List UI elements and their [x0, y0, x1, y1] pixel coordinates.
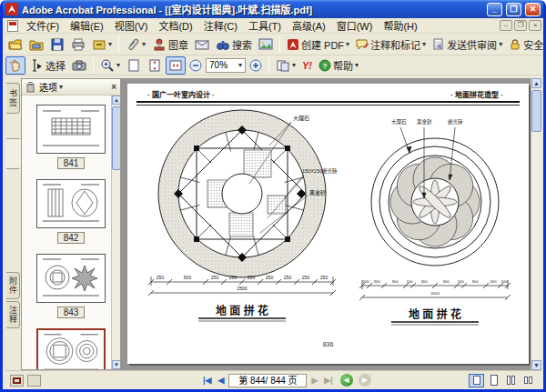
thumbnail-page-label[interactable]: 842	[57, 232, 86, 244]
menu-window[interactable]: 窗口(W)	[331, 17, 379, 34]
picture-tasks-button[interactable]	[256, 35, 276, 54]
menu-file[interactable]: 文件(F)	[21, 17, 65, 34]
fit-width-button[interactable]	[166, 56, 186, 75]
organizer-button[interactable]: ▾	[89, 35, 115, 54]
scroll-up-icon[interactable]: ▲	[531, 78, 541, 88]
thumbnail-841[interactable]: 841	[31, 105, 111, 170]
menu-help[interactable]: 帮助(H)	[378, 17, 422, 34]
tab-pages[interactable]	[6, 138, 21, 169]
save-button[interactable]	[47, 35, 67, 54]
panel-scroll-up-icon[interactable]: ▲	[112, 95, 120, 105]
panel-close-icon[interactable]: ×	[111, 82, 116, 92]
scroll-down-icon[interactable]: ▼	[531, 360, 541, 370]
page-display-button[interactable]: ▾	[273, 56, 298, 75]
panel-scroll-down-icon[interactable]: ▼	[112, 360, 120, 369]
pdf-page[interactable]: · 国广一叶室内设计 · · 地面拼花造型 ·	[127, 84, 529, 364]
thumbnail-843[interactable]: 843	[31, 254, 111, 319]
doc-minimize-button[interactable]: –	[500, 20, 512, 31]
status-page-icon[interactable]	[10, 375, 24, 387]
right-dimension-line	[359, 280, 511, 300]
single-page-layout-button[interactable]	[469, 374, 484, 387]
continuous-facing-layout-button[interactable]	[503, 374, 519, 387]
status-secondary-icon[interactable]	[27, 375, 41, 387]
next-view-button[interactable]: ▶	[359, 374, 371, 387]
menu-advanced[interactable]: 高级(A)	[287, 17, 331, 34]
left-label-marble: 大理石	[293, 115, 309, 122]
create-pdf-button[interactable]: 创建 PDF▾	[284, 35, 352, 54]
comment-markup-label: 注释和标记	[370, 37, 420, 52]
first-page-button[interactable]: |◀	[201, 376, 213, 385]
zoom-out-button[interactable]	[187, 57, 205, 74]
help-button[interactable]: ? 帮助▾	[316, 56, 361, 75]
comment-markup-button[interactable]: 注释和标记▾	[353, 35, 429, 54]
right-drawing-caption: 地 面 拼 花	[409, 307, 461, 321]
ibeam-cursor-icon	[29, 58, 44, 73]
printer-icon	[71, 37, 86, 52]
page-number-field[interactable]: 第 844/ 844 页	[228, 374, 307, 387]
window-title: Adobe Acrobat Professional - [[室内设计图典].叶…	[22, 2, 483, 16]
menu-tools[interactable]: 工具(T)	[243, 17, 287, 34]
maximize-button[interactable]: ❐	[506, 3, 521, 16]
search-button[interactable]: 搜索	[213, 35, 255, 54]
previous-page-button[interactable]: ◀	[216, 376, 226, 385]
print-button[interactable]	[68, 35, 88, 54]
scroll-thumb[interactable]	[531, 90, 541, 132]
thumbnail-842[interactable]: 842	[31, 179, 111, 245]
thumbnail-page-label[interactable]: 843	[57, 307, 86, 318]
stamp-button[interactable]: 图章	[149, 35, 191, 54]
organizer-open-button[interactable]	[26, 35, 46, 54]
options-menu-button[interactable]: 选项 ▾	[39, 80, 63, 94]
snapshot-button[interactable]	[69, 56, 89, 75]
doc-close-button[interactable]: ×	[529, 20, 541, 31]
menu-comments[interactable]: 注释(C)	[198, 17, 243, 34]
menu-document[interactable]: 文档(D)	[153, 17, 197, 34]
minimize-button[interactable]: _	[487, 3, 502, 16]
pages-panel-header: 选项 ▾ ×	[22, 79, 120, 95]
select-tool-button[interactable]: 选择	[26, 56, 68, 75]
view-toolbar: 选择 ▾ 70% ▾	[3, 55, 543, 75]
page-layout-buttons	[469, 374, 536, 387]
facing-layout-button[interactable]	[521, 374, 536, 387]
close-button[interactable]: ✕	[525, 3, 541, 16]
last-page-button[interactable]: ▶|	[322, 376, 334, 385]
lock-icon	[509, 38, 521, 51]
menu-view[interactable]: 视图(V)	[109, 17, 154, 34]
zoom-in-button[interactable]	[247, 57, 265, 74]
panel-scrollbar[interactable]: ▲ ▼	[111, 95, 120, 369]
svg-text:100: 100	[457, 279, 464, 284]
secure-button[interactable]: 安全▾	[506, 35, 546, 54]
next-page-button[interactable]: ▶	[309, 376, 319, 385]
continuous-layout-button[interactable]	[486, 374, 501, 387]
thumbnail-image[interactable]	[36, 105, 106, 154]
file-toolbar: ▾ ▾ 图章 搜索	[3, 34, 543, 55]
menu-edit[interactable]: 编辑(E)	[65, 17, 109, 34]
previous-view-button[interactable]: ◀	[340, 374, 353, 387]
thumbnail-image[interactable]	[36, 328, 106, 369]
trash-icon[interactable]	[25, 82, 35, 93]
email-button[interactable]	[192, 35, 212, 54]
zoom-tool-button[interactable]: ▾	[97, 56, 123, 75]
send-review-button[interactable]: 发送供审阅▾	[430, 35, 505, 54]
fit-page-button[interactable]	[145, 56, 165, 75]
tab-bookmarks[interactable]: 书签	[6, 83, 20, 114]
thumbnail-page-label[interactable]: 841	[57, 157, 86, 169]
zoom-level-input[interactable]: 70% ▾	[206, 58, 246, 73]
thumbnail-844-selected[interactable]: 844	[31, 328, 111, 369]
panel-scroll-thumb[interactable]	[112, 106, 120, 170]
actual-size-button[interactable]	[124, 56, 144, 75]
tab-comments[interactable]: 注释	[6, 301, 20, 328]
yahoo-toolbar-button[interactable]: Y!	[299, 58, 315, 73]
create-pdf-icon	[287, 38, 299, 51]
zoom-dropdown-icon[interactable]: ▾	[238, 61, 242, 69]
tab-attachments[interactable]: 附件	[6, 272, 20, 299]
thumbnail-image[interactable]	[36, 179, 106, 228]
document-area[interactable]: · 国广一叶室内设计 · · 地面拼花造型 ·	[121, 78, 531, 370]
document-scrollbar[interactable]: ▲ ▼	[531, 78, 541, 370]
organizer-drawer-icon	[92, 37, 106, 52]
svg-text:300: 300	[420, 279, 428, 284]
hand-tool-button[interactable]	[5, 56, 25, 75]
doc-restore-button[interactable]: ❐	[514, 20, 527, 31]
thumbnail-image[interactable]	[36, 254, 106, 303]
attach-button[interactable]: ▾	[123, 35, 148, 54]
open-button[interactable]	[5, 35, 25, 54]
